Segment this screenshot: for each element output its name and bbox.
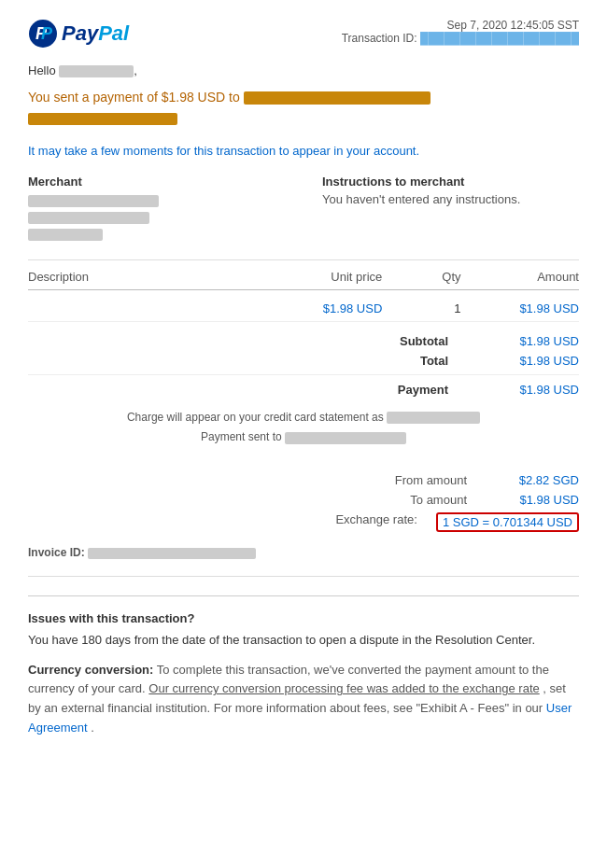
exchange-rate-value: 1 SGD = 0.701344 USD [436, 512, 579, 532]
items-table: Description Unit price Qty Amount $1.98 … [28, 270, 579, 322]
notice-text: It may take a few moments for this trans… [28, 144, 579, 158]
transaction-id: ████████████████████ [420, 32, 579, 45]
invoice-label: Invoice ID: [28, 546, 85, 559]
paypal-icon: P P [28, 19, 58, 49]
issues-section: Issues with this transaction? You have 1… [28, 595, 579, 738]
transaction-id-row: Transaction ID: ████████████████████ [342, 32, 579, 45]
total-row: Total $1.98 USD [28, 351, 579, 371]
payment-summary: You sent a payment of $1.98 USD to [28, 87, 579, 129]
merchant-label: Merchant [28, 175, 285, 189]
total-label: Total [374, 354, 448, 368]
invoice-row: Invoice ID: [28, 546, 579, 559]
item-amount: $1.98 USD [461, 301, 579, 315]
merchant-phone-blur [28, 229, 103, 241]
merchant-email-blur [28, 113, 177, 125]
to-amount-label: To amount [355, 493, 467, 507]
col-qty: Qty [382, 270, 460, 284]
subtotal-value: $1.98 USD [504, 334, 579, 348]
table-row: $1.98 USD 1 $1.98 USD [28, 296, 579, 322]
merchant-name-blur [244, 91, 431, 105]
totals-section: Subtotal $1.98 USD Total $1.98 USD Payme… [28, 331, 579, 400]
col-amount: Amount [461, 270, 579, 284]
payment-label: Payment [374, 383, 448, 397]
col-unit-price: Unit price [264, 270, 382, 284]
payment-row: Payment $1.98 USD [28, 374, 579, 400]
currency-section: From amount $2.82 SGD To amount $1.98 US… [28, 463, 579, 535]
to-amount-value: $1.98 USD [486, 493, 579, 507]
exchange-box: 1 SGD = 0.701344 USD [436, 512, 579, 532]
charge-info: Charge will appear on your credit card s… [28, 408, 579, 448]
instructions-text: You haven't entered any instructions. [322, 192, 579, 206]
email-header: P P PayPal Sep 7, 2020 12:45:05 SST Tran… [28, 19, 579, 49]
invoice-id-blur [88, 548, 256, 559]
currency-note: Currency conversion: To complete this tr… [28, 661, 579, 738]
from-amount-value: $2.82 SGD [486, 473, 579, 487]
instructions-label: Instructions to merchant [322, 175, 579, 189]
total-value: $1.98 USD [504, 354, 579, 368]
issues-text: You have 180 days from the date of the t… [28, 631, 579, 650]
merchant-email-blur2 [28, 212, 149, 224]
divider-2 [28, 576, 579, 577]
paypal-logo: P P PayPal [28, 19, 129, 49]
currency-processing-fee-text: Our currency conversion processing fee w… [148, 681, 539, 695]
transaction-date: Sep 7, 2020 12:45:05 SST [342, 19, 579, 32]
subtotal-row: Subtotal $1.98 USD [28, 331, 579, 351]
item-qty: 1 [382, 301, 460, 315]
item-unit-price: $1.98 USD [264, 301, 382, 315]
item-description [28, 301, 264, 315]
from-amount-label: From amount [355, 473, 467, 487]
header-right: Sep 7, 2020 12:45:05 SST Transaction ID:… [342, 19, 579, 45]
instructions-block: Instructions to merchant You haven't ent… [322, 175, 579, 243]
merchant-block: Merchant [28, 175, 285, 243]
from-amount-row: From amount $2.82 SGD [28, 470, 579, 490]
payto-blur [285, 432, 406, 444]
exchange-rate-label: Exchange rate: [305, 512, 417, 532]
greeting-line: Hello , [28, 63, 579, 77]
to-amount-row: To amount $1.98 USD [28, 490, 579, 510]
divider-1 [28, 259, 579, 260]
currency-note-title: Currency conversion: [28, 663, 153, 677]
exchange-rate-row: Exchange rate: 1 SGD = 0.701344 USD [28, 510, 579, 535]
table-header-row: Description Unit price Qty Amount [28, 270, 579, 290]
statement-blur [387, 412, 480, 424]
issues-title: Issues with this transaction? [28, 611, 579, 625]
merchant-section: Merchant Instructions to merchant You ha… [28, 175, 579, 243]
subtotal-label: Subtotal [374, 334, 448, 348]
svg-text:P: P [41, 24, 53, 43]
payment-value: $1.98 USD [504, 383, 579, 397]
col-description: Description [28, 270, 264, 284]
merchant-name-blur2 [28, 195, 159, 207]
currency-note-text3: . [91, 721, 94, 735]
username-blur [59, 65, 134, 77]
paypal-wordmark: PayPal [62, 21, 129, 46]
